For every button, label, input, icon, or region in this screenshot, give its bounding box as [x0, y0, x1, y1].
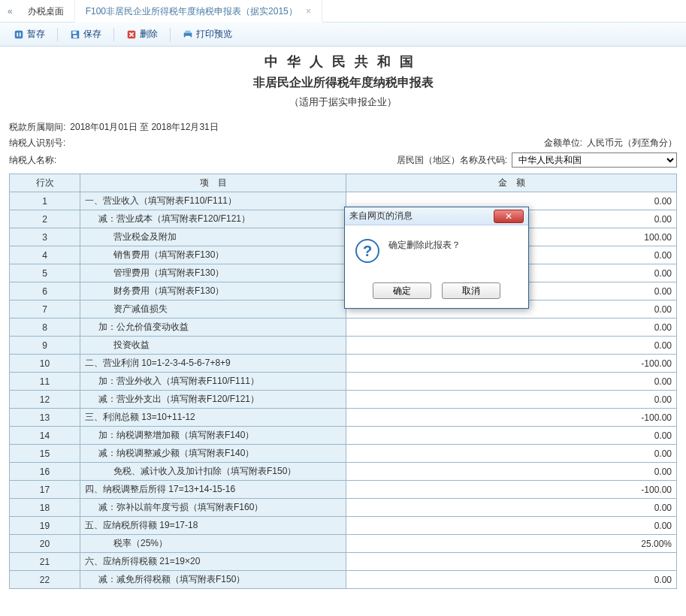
- tab-f100[interactable]: F100非居民企业所得税年度纳税申报表（据实2015） ×: [75, 0, 322, 23]
- tab-label: 办税桌面: [28, 6, 64, 17]
- taxpayer-name-label: 纳税人名称:: [9, 154, 56, 167]
- row-amount[interactable]: 25.00%: [346, 535, 677, 553]
- row-project: 财务费用（填写附表F130）: [80, 282, 346, 300]
- row-number: 18: [10, 499, 80, 517]
- table-row: 15减：纳税调整减少额（填写附表F140）0.00: [10, 445, 677, 463]
- table-row: 22减：减免所得税额（填写附表F150）0.00: [10, 571, 677, 589]
- row-amount[interactable]: 0.00: [346, 571, 677, 589]
- amount-unit-label: 金额单位:: [544, 137, 582, 149]
- toolbar-separator: [170, 28, 171, 41]
- svg-rect-1: [17, 32, 18, 36]
- row-number: 16: [10, 463, 80, 481]
- tab-desktop[interactable]: 办税桌面: [17, 0, 75, 23]
- pause-button[interactable]: 暂存: [8, 26, 51, 42]
- row-number: 12: [10, 391, 80, 409]
- print-preview-button[interactable]: 打印预览: [177, 26, 238, 42]
- row-number: 7: [10, 300, 80, 319]
- meta-block: 税款所属期间: 2018年01月01日 至 2018年12月31日 纳税人识别号…: [9, 119, 677, 169]
- svg-rect-4: [73, 31, 77, 34]
- row-amount[interactable]: 0.00: [346, 499, 677, 517]
- row-amount[interactable]: [346, 553, 677, 571]
- delete-icon: [126, 29, 137, 40]
- table-row: 13三、利润总额 13=10+11-12-100.00: [10, 409, 677, 427]
- row-project: 五、应纳税所得额 19=17-18: [80, 517, 346, 535]
- save-label: 保存: [83, 28, 101, 41]
- ok-button[interactable]: 确定: [373, 282, 431, 299]
- row-amount[interactable]: 0.00: [346, 337, 677, 355]
- dialog-close-button[interactable]: ✕: [494, 210, 524, 223]
- row-project: 资产减值损失: [80, 300, 346, 319]
- title-country: 中华人民共和国: [9, 53, 677, 71]
- dialog-message: 确定删除此报表？: [388, 239, 461, 252]
- table-row: 1一、营业收入（填写附表F110/F111）0.00: [10, 192, 677, 210]
- table-row: 17四、纳税调整后所得 17=13+14-15-16-100.00: [10, 481, 677, 499]
- row-number: 13: [10, 409, 80, 427]
- table-row: 18减：弥补以前年度亏损（填写附表F160）0.00: [10, 499, 677, 517]
- print-label: 打印预览: [196, 28, 232, 41]
- save-button[interactable]: 保存: [64, 26, 107, 42]
- close-icon: ✕: [505, 211, 512, 222]
- delete-label: 删除: [140, 28, 158, 41]
- col-amt: 金 额: [346, 174, 677, 192]
- table-row: 5管理费用（填写附表F130）0.00: [10, 264, 677, 282]
- row-number: 2: [10, 210, 80, 228]
- print-icon: [183, 29, 193, 40]
- table-body: 1一、营业收入（填写附表F110/F111）0.002减：营业成本（填写附表F1…: [10, 192, 677, 589]
- tab-label: F100非居民企业所得税年度纳税申报表（据实2015）: [86, 6, 298, 17]
- table-row: 9投资收益0.00: [10, 337, 677, 355]
- row-project: 减：减免所得税额（填写附表F150）: [80, 571, 346, 589]
- toolbar: 暂存 保存 删除 打印预览: [0, 23, 686, 47]
- close-icon[interactable]: ×: [306, 6, 311, 17]
- row-project: 税率（25%）: [80, 535, 346, 553]
- row-number: 9: [10, 337, 80, 355]
- row-amount[interactable]: -100.00: [346, 355, 677, 373]
- subtitle: （适用于据实申报企业）: [9, 95, 677, 109]
- col-proj: 项 目: [80, 174, 346, 192]
- svg-rect-8: [186, 30, 191, 33]
- row-number: 21: [10, 553, 80, 571]
- form-header: 中华人民共和国 非居民企业所得税年度纳税申报表 （适用于据实申报企业）: [9, 51, 677, 116]
- row-amount[interactable]: -100.00: [346, 409, 677, 427]
- row-amount[interactable]: 0.00: [346, 445, 677, 463]
- toolbar-separator: [57, 28, 58, 41]
- row-number: 10: [10, 355, 80, 373]
- tabs-scroll-left[interactable]: «: [3, 6, 17, 17]
- delete-button[interactable]: 删除: [120, 26, 164, 42]
- row-project: 三、利润总额 13=10+11-12: [80, 409, 346, 427]
- dialog-title: 来自网页的消息: [349, 210, 413, 222]
- svg-rect-0: [15, 30, 23, 38]
- table-row: 4销售费用（填写附表F130）0.00: [10, 246, 677, 264]
- toolbar-separator: [113, 28, 114, 41]
- row-project: 减：营业外支出（填写附表F120/F121）: [80, 391, 346, 409]
- svg-rect-9: [186, 35, 191, 38]
- row-number: 14: [10, 427, 80, 445]
- row-amount[interactable]: 0.00: [346, 373, 677, 391]
- table-row: 10二、营业利润 10=1-2-3-4-5-6-7+8+9-100.00: [10, 355, 677, 373]
- row-project: 投资收益: [80, 337, 346, 355]
- row-number: 11: [10, 373, 80, 391]
- row-amount[interactable]: 0.00: [346, 391, 677, 409]
- row-amount[interactable]: 0.00: [346, 517, 677, 535]
- row-amount[interactable]: -100.00: [346, 481, 677, 499]
- row-number: 15: [10, 445, 80, 463]
- svg-rect-2: [20, 32, 21, 36]
- tabs-bar: « 办税桌面 F100非居民企业所得税年度纳税申报表（据实2015） ×: [0, 0, 686, 23]
- cancel-button[interactable]: 取消: [442, 282, 500, 299]
- table-row: 19五、应纳税所得额 19=17-180.00: [10, 517, 677, 535]
- row-amount[interactable]: 0.00: [346, 427, 677, 445]
- row-number: 5: [10, 264, 80, 282]
- row-project: 减：弥补以前年度亏损（填写附表F160）: [80, 499, 346, 517]
- row-number: 17: [10, 481, 80, 499]
- row-number: 8: [10, 319, 80, 337]
- row-project: 六、应纳所得税额 21=19×20: [80, 553, 346, 571]
- row-project: 管理费用（填写附表F130）: [80, 264, 346, 282]
- table-row: 20税率（25%）25.00%: [10, 535, 677, 553]
- row-project: 减：纳税调整减少额（填写附表F140）: [80, 445, 346, 463]
- country-select[interactable]: 中华人民共和国: [512, 152, 677, 168]
- row-project: 营业税金及附加: [80, 228, 346, 246]
- row-amount[interactable]: 0.00: [346, 319, 677, 337]
- row-project: 减：营业成本（填写附表F120/F121）: [80, 210, 346, 228]
- table-row: 11加：营业外收入（填写附表F110/F111）0.00: [10, 373, 677, 391]
- row-project: 加：纳税调整增加额（填写附表F140）: [80, 427, 346, 445]
- row-amount[interactable]: 0.00: [346, 463, 677, 481]
